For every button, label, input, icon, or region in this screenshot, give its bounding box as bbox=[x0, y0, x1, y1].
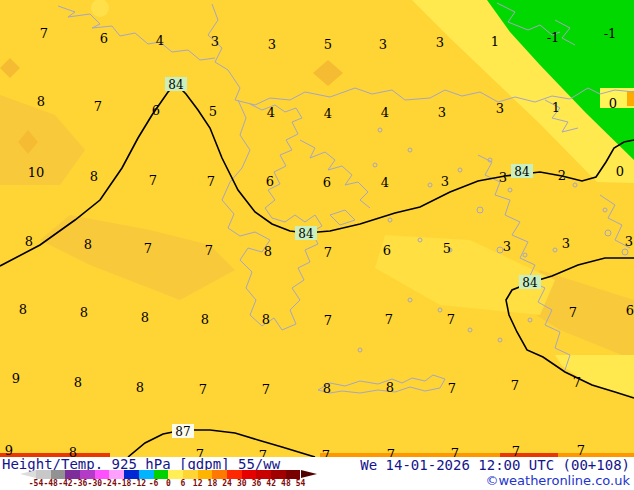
temp-value: 6 bbox=[626, 303, 634, 318]
colorbar-segment bbox=[36, 470, 51, 479]
temp-value: 8 bbox=[25, 234, 33, 249]
colorbar-segment bbox=[168, 470, 183, 479]
temp-value: 1 bbox=[491, 34, 499, 49]
temp-value: 8 bbox=[262, 312, 270, 327]
colorbar-segment bbox=[95, 470, 110, 479]
temp-value: 5 bbox=[443, 241, 451, 256]
colorbar-right-arrow-icon bbox=[301, 470, 317, 478]
temp-value: 7 bbox=[387, 447, 395, 457]
temp-value: 7 bbox=[262, 382, 270, 397]
temp-value: 7 bbox=[324, 245, 332, 260]
temp-value: 0 bbox=[616, 164, 624, 179]
temp-value: 7 bbox=[447, 312, 455, 327]
temp-value: 7 bbox=[199, 382, 207, 397]
temperature-colorbar: -54-48-42-36-30-24-18-12-606121824303642… bbox=[20, 470, 320, 490]
copyright-link[interactable]: ©weatheronline.co.uk bbox=[485, 473, 630, 488]
temp-value: 7 bbox=[385, 312, 393, 327]
temp-value: 7 bbox=[205, 243, 213, 258]
temp-value: 4 bbox=[267, 105, 275, 120]
temp-value: 10 bbox=[28, 165, 45, 180]
temp-value: 7 bbox=[577, 443, 585, 457]
contour-label: 87 bbox=[175, 425, 190, 439]
temp-value: 8 bbox=[323, 381, 331, 396]
temp-value: 6 bbox=[323, 175, 331, 190]
temp-value: 3 bbox=[625, 234, 633, 249]
temp-value: 4 bbox=[156, 33, 164, 48]
temp-value: 8 bbox=[19, 302, 27, 317]
temp-value: 3 bbox=[503, 239, 511, 254]
temp-value: -1 bbox=[604, 26, 617, 41]
temp-value: 8 bbox=[386, 380, 394, 395]
temp-value: 5 bbox=[324, 37, 332, 52]
temp-value: 8 bbox=[80, 305, 88, 320]
temp-value: 4 bbox=[324, 106, 332, 121]
temp-value: -1 bbox=[547, 30, 560, 45]
temp-value: 8 bbox=[37, 94, 45, 109]
temp-value: 0 bbox=[609, 96, 617, 111]
temp-value: 8 bbox=[264, 244, 272, 259]
temp-value: 6 bbox=[100, 31, 108, 46]
temp-value: 7 bbox=[451, 446, 459, 457]
temp-value: 7 bbox=[512, 444, 520, 457]
colorbar-segment bbox=[256, 470, 271, 479]
colorbar-segment bbox=[198, 470, 213, 479]
contour-label: 84 bbox=[514, 165, 530, 179]
temp-value: 8 bbox=[84, 237, 92, 252]
colorbar-segment bbox=[80, 470, 95, 479]
temp-value: 7 bbox=[40, 26, 48, 41]
temp-value: 3 bbox=[441, 174, 449, 189]
temp-value: 7 bbox=[324, 313, 332, 328]
colorbar-segment bbox=[65, 470, 80, 479]
temp-value: 3 bbox=[496, 101, 504, 116]
temp-value: 1 bbox=[552, 100, 560, 115]
temp-value: 5 bbox=[209, 104, 217, 119]
colorbar-segment bbox=[124, 470, 139, 479]
colorbar-segment bbox=[51, 470, 66, 479]
temp-value: 3 bbox=[562, 236, 570, 251]
temp-value: 3 bbox=[211, 34, 219, 49]
legend-footer: Height/Temp. 925 hPa [gdpm] 55/ww We 14-… bbox=[0, 457, 634, 490]
contour-label: 84 bbox=[522, 276, 538, 290]
colorbar-segment bbox=[109, 470, 124, 479]
colorbar-segment bbox=[212, 470, 227, 479]
temp-value: 4 bbox=[381, 105, 389, 120]
temp-value: 8 bbox=[74, 375, 82, 390]
colorbar-segment bbox=[183, 470, 198, 479]
temp-value: 8 bbox=[141, 310, 149, 325]
temp-value: 4 bbox=[381, 175, 389, 190]
temp-value: 9 bbox=[5, 443, 13, 457]
colorbar-segment bbox=[154, 470, 169, 479]
temp-value: 7 bbox=[207, 174, 215, 189]
temp-value: 6 bbox=[266, 174, 274, 189]
datetime-label: We 14-01-2026 12:00 UTC (00+108) bbox=[360, 457, 630, 473]
colorbar-segment bbox=[227, 470, 242, 479]
temp-value: 6 bbox=[383, 243, 391, 258]
colorbar-segment bbox=[242, 470, 257, 479]
temp-value: 7 bbox=[149, 173, 157, 188]
contour-label: 84 bbox=[298, 227, 314, 241]
colorbar-segment bbox=[139, 470, 154, 479]
temp-value: 3 bbox=[379, 37, 387, 52]
temp-value: 8 bbox=[136, 380, 144, 395]
temp-value: 7 bbox=[94, 99, 102, 114]
colorbar-segment bbox=[286, 470, 301, 479]
weather-map-screenshot: 764335331-1-1876544433101087766433208877… bbox=[0, 0, 634, 490]
colorbar-left-arrow-icon bbox=[20, 470, 36, 478]
colorbar-segment bbox=[271, 470, 286, 479]
temp-value: 7 bbox=[448, 381, 456, 396]
temp-value: 8 bbox=[90, 169, 98, 184]
temp-value: 7 bbox=[573, 375, 581, 390]
temp-value: 3 bbox=[499, 170, 507, 185]
colorbar-segments bbox=[36, 470, 300, 479]
temp-value: 7 bbox=[511, 378, 519, 393]
temp-value: 6 bbox=[152, 103, 160, 118]
temp-value: 3 bbox=[438, 105, 446, 120]
temp-value: 3 bbox=[268, 37, 276, 52]
temp-value: 9 bbox=[12, 371, 20, 386]
colorbar-tick-label: 54 bbox=[289, 479, 313, 488]
temp-value: 8 bbox=[201, 312, 209, 327]
temp-value: 7 bbox=[322, 448, 330, 457]
weather-map: 764335331-1-1876544433101087766433208877… bbox=[0, 0, 634, 457]
temp-value: 2 bbox=[558, 168, 566, 183]
temp-value: 7 bbox=[569, 305, 577, 320]
